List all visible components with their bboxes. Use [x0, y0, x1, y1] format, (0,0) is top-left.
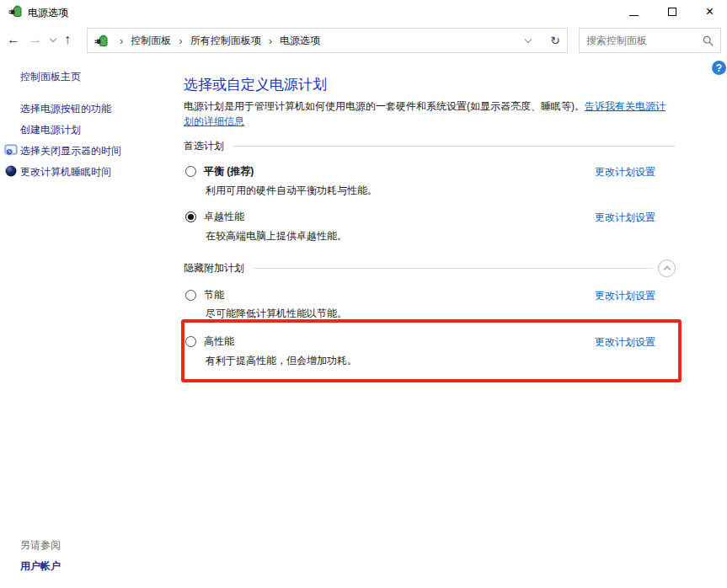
recent-pages-chevron-icon[interactable]	[50, 35, 56, 41]
power-options-icon-small	[94, 34, 109, 48]
address-bar[interactable]: › 控制面板 › 所有控制面板项 › 电源选项	[87, 28, 544, 53]
power-options-window: { "window": { "title": "电源选项" }, "icons"…	[0, 0, 727, 588]
sleep-icon	[4, 164, 18, 178]
plan-row-balanced: 平衡 (推荐)	[185, 164, 254, 179]
sidebar-item-computer-sleep-time[interactable]: 更改计算机睡眠时间	[20, 165, 111, 179]
breadcrumb-control-panel[interactable]: 控制面板	[131, 34, 171, 48]
plan-name-high-performance: 高性能	[204, 334, 234, 349]
plan-name-balanced: 平衡 (推荐)	[204, 164, 254, 179]
plan-name-ultimate-performance: 卓越性能	[204, 210, 244, 224]
up-button[interactable]: ↑	[64, 33, 71, 46]
plan-desc-high-performance: 有利于提高性能，但会增加功耗。	[206, 354, 357, 368]
maximize-button[interactable]	[653, 0, 691, 24]
close-icon: ×	[706, 5, 714, 19]
plan-row-ultimate-performance: 卓越性能	[185, 210, 244, 224]
sidebar-item-power-button-function[interactable]: 选择电源按钮的功能	[20, 102, 111, 116]
change-plan-settings-link-high-performance[interactable]: 更改计划设置	[595, 335, 655, 350]
section-preferred-plans: 首选计划	[184, 139, 676, 153]
close-button[interactable]: ×	[691, 0, 727, 24]
sidebar-item-user-accounts[interactable]: 用户帐户	[20, 559, 61, 574]
title-bar: 电源选项 ×	[0, 0, 727, 25]
see-also-header: 另请参阅	[20, 538, 61, 553]
section-hidden-label: 隐藏附加计划	[184, 261, 244, 275]
intro-text: 电源计划是用于管理计算机如何使用电源的一套硬件和系统设置(如显示器亮度、睡眠等)…	[184, 100, 585, 112]
power-options-icon	[8, 4, 23, 19]
plan-name-power-saver: 节能	[204, 288, 224, 302]
refresh-button[interactable]: ↻	[543, 28, 568, 53]
radio-high-performance[interactable]	[185, 336, 196, 347]
plan-desc-balanced: 利用可用的硬件自动平衡功耗与性能。	[206, 184, 377, 198]
plan-desc-ultimate-performance: 在较高端电脑上提供卓越性能。	[206, 229, 347, 243]
section-divider	[233, 146, 676, 147]
change-plan-settings-link-ultimate[interactable]: 更改计划设置	[595, 211, 655, 225]
collapse-section-button[interactable]	[658, 259, 676, 277]
section-divider	[253, 268, 653, 269]
minimize-button[interactable]	[615, 0, 653, 24]
search-box[interactable]	[579, 28, 721, 53]
search-input[interactable]	[586, 35, 699, 46]
plan-desc-power-saver: 尽可能降低计算机性能以节能。	[206, 307, 347, 321]
highlight-box	[181, 319, 682, 382]
breadcrumb-power-options[interactable]: 电源选项	[280, 34, 320, 48]
help-icon[interactable]: ?	[712, 61, 726, 75]
window-title: 电源选项	[28, 6, 68, 20]
radio-ultimate-performance[interactable]	[185, 211, 196, 222]
change-plan-settings-link-balanced[interactable]: 更改计划设置	[595, 165, 655, 179]
chevron-up-icon	[663, 266, 670, 273]
radio-balanced[interactable]	[185, 166, 196, 177]
radio-power-saver[interactable]	[185, 290, 196, 301]
sidebar-item-create-power-plan[interactable]: 创建电源计划	[20, 123, 81, 137]
search-icon[interactable]	[703, 35, 714, 46]
section-hidden-plans: 隐藏附加计划	[184, 259, 676, 277]
back-button[interactable]: ←	[7, 33, 20, 46]
breadcrumb-separator-icon: ›	[269, 35, 272, 47]
forward-button: →	[29, 33, 42, 46]
minimize-icon	[629, 15, 639, 16]
maximize-icon	[668, 8, 676, 16]
address-dropdown-button[interactable]	[518, 40, 538, 42]
plan-row-power-saver: 节能	[185, 288, 224, 302]
section-preferred-label: 首选计划	[184, 139, 224, 153]
breadcrumb-separator-icon: ›	[179, 35, 182, 47]
chevron-down-icon	[525, 35, 532, 42]
sidebar-item-control-panel-home[interactable]: 控制面板主页	[20, 70, 81, 84]
sidebar-item-display-off-time[interactable]: 选择关闭显示器的时间	[20, 144, 121, 158]
intro-paragraph: 电源计划是用于管理计算机如何使用电源的一套硬件和系统设置(如显示器亮度、睡眠等)…	[184, 99, 671, 129]
breadcrumb-all-items[interactable]: 所有控制面板项	[190, 34, 261, 48]
page-title: 选择或自定义电源计划	[184, 75, 327, 94]
display-clock-icon	[4, 143, 18, 157]
breadcrumb-separator-icon: ›	[120, 35, 123, 47]
plan-row-high-performance: 高性能	[185, 334, 234, 349]
navigation-toolbar: ← → ↑ › 控制面板 › 所有控制面板项 › 电源选项 ↻	[0, 27, 727, 54]
change-plan-settings-link-power-saver[interactable]: 更改计划设置	[595, 289, 655, 303]
